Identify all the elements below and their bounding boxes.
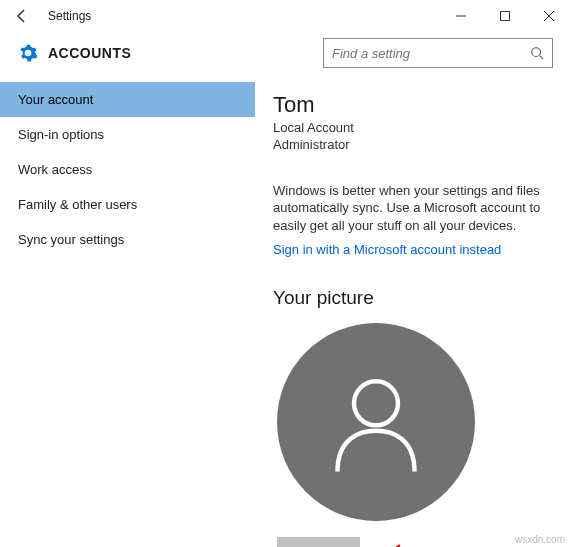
back-arrow-icon xyxy=(14,8,30,24)
header: ACCOUNTS xyxy=(0,32,571,82)
titlebar: Settings xyxy=(0,0,571,32)
sidebar-item-sync-settings[interactable]: Sync your settings xyxy=(0,222,255,257)
sidebar-item-label: Family & other users xyxy=(18,197,137,212)
maximize-button[interactable] xyxy=(483,0,527,32)
svg-line-3 xyxy=(540,56,544,60)
arrow-annotation-icon xyxy=(388,541,428,547)
svg-point-2 xyxy=(532,48,541,57)
sidebar-item-label: Sign-in options xyxy=(18,127,104,142)
sign-in-ms-link[interactable]: Sign in with a Microsoft account instead xyxy=(273,242,501,257)
search-box[interactable] xyxy=(323,38,553,68)
sidebar-item-label: Sync your settings xyxy=(18,232,124,247)
minimize-icon xyxy=(456,11,466,21)
svg-point-4 xyxy=(354,382,398,426)
app-title: Settings xyxy=(48,9,91,23)
sidebar-item-family-users[interactable]: Family & other users xyxy=(0,187,255,222)
watermark: wsxdn.com xyxy=(515,534,565,545)
section-title: ACCOUNTS xyxy=(48,45,131,61)
sidebar-item-label: Work access xyxy=(18,162,92,177)
svg-rect-1 xyxy=(501,12,510,21)
avatar xyxy=(277,323,475,521)
sidebar: Your account Sign-in options Work access… xyxy=(0,82,255,532)
back-button[interactable] xyxy=(8,2,36,30)
window-controls xyxy=(439,0,571,32)
maximize-icon xyxy=(500,11,510,21)
browse-button[interactable]: Browse xyxy=(277,537,360,547)
close-button[interactable] xyxy=(527,0,571,32)
sync-info-text: Windows is better when your settings and… xyxy=(273,182,551,235)
gear-icon xyxy=(18,43,38,63)
sidebar-item-label: Your account xyxy=(18,92,93,107)
account-type: Local Account xyxy=(273,120,551,137)
picture-heading: Your picture xyxy=(273,287,551,309)
main-panel: Tom Local Account Administrator Windows … xyxy=(255,82,571,532)
username: Tom xyxy=(273,92,551,118)
sidebar-item-work-access[interactable]: Work access xyxy=(0,152,255,187)
minimize-button[interactable] xyxy=(439,0,483,32)
account-role: Administrator xyxy=(273,137,551,154)
sidebar-item-your-account[interactable]: Your account xyxy=(0,82,255,117)
sidebar-item-signin-options[interactable]: Sign-in options xyxy=(0,117,255,152)
browse-row: Browse xyxy=(273,537,551,547)
content: Your account Sign-in options Work access… xyxy=(0,82,571,532)
search-icon xyxy=(530,46,544,60)
person-icon xyxy=(321,367,431,477)
close-icon xyxy=(544,11,554,21)
search-input[interactable] xyxy=(332,46,530,61)
